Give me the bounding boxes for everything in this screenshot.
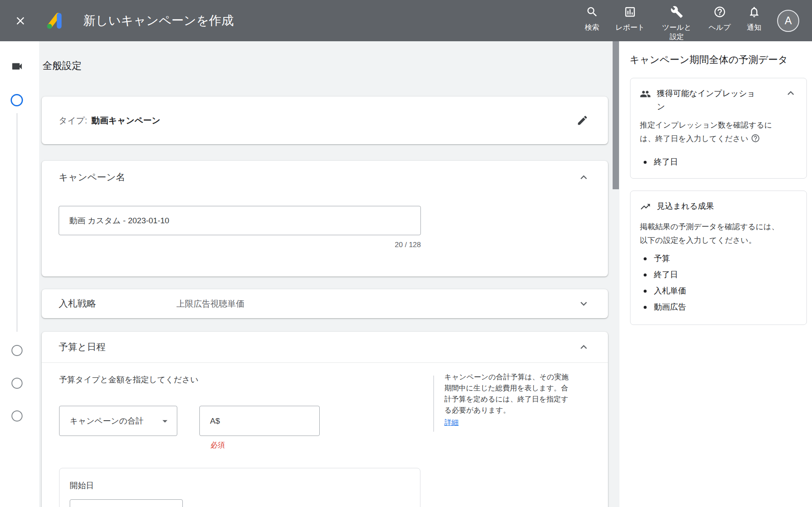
google-ads-logo-icon bbox=[44, 11, 65, 31]
impressions-card-header: 獲得可能なインプレッション bbox=[640, 87, 797, 113]
campaign-type-card: タイプ: 動画キャンペーン bbox=[42, 97, 608, 144]
budget-amount-input[interactable]: A$ bbox=[199, 406, 320, 436]
char-counter: 20 / 128 bbox=[59, 241, 421, 249]
search-label: 検索 bbox=[585, 23, 599, 32]
main-content: 全般設定 タイプ: 動画キャンペーン キャンペーン名 20 / 128 入札戦略… bbox=[39, 41, 619, 507]
impressions-forecast-card: 獲得可能なインプレッション 推定インプレッション数を確認するには、終了日を入力し… bbox=[630, 78, 807, 179]
audience-icon bbox=[640, 88, 651, 101]
notifications-icon bbox=[748, 6, 761, 20]
list-item: 終了日 bbox=[640, 157, 797, 168]
reports-icon bbox=[624, 6, 636, 20]
impressions-card-body: 推定インプレッション数を確認するには、終了日を入力してください bbox=[640, 118, 780, 147]
chevron-down-icon bbox=[577, 297, 590, 310]
page-title: 新しいキャンペーンを作成 bbox=[83, 12, 233, 29]
campaign-name-input[interactable] bbox=[59, 206, 421, 235]
learn-more-link[interactable]: 詳細 bbox=[444, 417, 459, 428]
budget-type-value: キャンペーンの合計 bbox=[70, 416, 144, 427]
bullet-label: 終了日 bbox=[654, 157, 678, 168]
bidding-value: 上限広告視聴単価 bbox=[176, 298, 244, 310]
forecast-panel: キャンペーン期間全体の予測データ 獲得可能なインプレッション 推定インプレッショ… bbox=[619, 41, 812, 507]
start-date-label: 開始日 bbox=[70, 480, 94, 491]
bullet-label: 入札単価 bbox=[654, 286, 686, 296]
bullet-label: 終了日 bbox=[654, 270, 678, 279]
tools-settings-button[interactable]: ツールと設定 bbox=[653, 6, 701, 42]
section-title: 全般設定 bbox=[43, 59, 82, 72]
help-label: ヘルプ bbox=[709, 23, 731, 32]
help-circle-icon[interactable] bbox=[751, 134, 760, 147]
step-indicator-3[interactable] bbox=[11, 378, 23, 389]
edit-type-button[interactable] bbox=[574, 112, 591, 129]
impressions-card-title: 獲得可能なインプレッション bbox=[657, 87, 763, 113]
campaign-name-title: キャンペーン名 bbox=[59, 171, 125, 184]
currency-prefix: A$ bbox=[210, 416, 220, 426]
topbar-actions: 検索 レポート ツールと設定 ヘルプ 通知 bbox=[577, 0, 769, 42]
note-divider bbox=[433, 376, 434, 432]
expand-button[interactable] bbox=[576, 296, 591, 311]
type-label: タイプ: bbox=[59, 115, 87, 126]
step-indicator-4[interactable] bbox=[11, 410, 23, 422]
edit-pencil-icon bbox=[576, 114, 588, 126]
required-error: 必須 bbox=[210, 440, 225, 450]
start-date-input[interactable] bbox=[70, 499, 183, 507]
search-icon bbox=[586, 6, 599, 20]
forecast-title: キャンペーン期間全体の予測データ bbox=[630, 53, 806, 66]
results-card-header: 見込まれる成果 bbox=[640, 199, 797, 214]
bullet-label: 動画広告 bbox=[654, 302, 686, 312]
bidding-strategy-card[interactable]: 入札戦略 上限広告視聴単価 bbox=[42, 289, 608, 318]
tools-icon bbox=[670, 6, 683, 20]
chevron-up-icon bbox=[784, 87, 797, 100]
avatar[interactable]: A bbox=[777, 10, 799, 32]
budget-type-select[interactable]: キャンペーンの合計 bbox=[59, 406, 177, 436]
bullet-icon bbox=[644, 273, 647, 276]
budget-prompt: 予算タイプと金額を指定してください bbox=[59, 374, 199, 385]
step-indicator-2[interactable] bbox=[11, 345, 23, 356]
chevron-up-icon bbox=[577, 171, 590, 184]
list-item: 動画広告 bbox=[640, 302, 797, 312]
reports-label: レポート bbox=[616, 23, 645, 32]
bullet-icon bbox=[644, 161, 647, 164]
step-connector-line bbox=[17, 113, 17, 332]
budget-schedule-card: 予算と日程 予算タイプと金額を指定してください キャンペーンの合計 A$ 必須 … bbox=[42, 332, 608, 507]
bullet-icon bbox=[644, 257, 647, 260]
close-icon bbox=[14, 14, 27, 27]
list-item: 入札単価 bbox=[640, 286, 797, 296]
start-date-box: 開始日 bbox=[59, 468, 420, 507]
campaign-name-card: キャンペーン名 20 / 128 bbox=[42, 161, 608, 276]
dropdown-caret-icon bbox=[159, 415, 171, 427]
notifications-label: 通知 bbox=[747, 23, 761, 32]
results-card-title: 見込まれる成果 bbox=[657, 199, 763, 213]
close-button[interactable] bbox=[11, 11, 30, 30]
budget-title: 予算と日程 bbox=[59, 341, 106, 353]
budget-note: キャンペーンの合計予算は、その実施期間中に生じた総費用を表します。合計予算を定め… bbox=[444, 372, 573, 428]
trending-up-icon bbox=[640, 201, 651, 214]
reports-button[interactable]: レポート bbox=[608, 6, 653, 32]
tools-settings-label: ツールと設定 bbox=[661, 23, 693, 42]
search-button[interactable]: 検索 bbox=[577, 6, 608, 32]
budget-note-text: キャンペーンの合計予算は、その実施期間中に生じた総費用を表します。合計予算を定め… bbox=[444, 373, 569, 414]
collapse-button[interactable] bbox=[576, 340, 591, 354]
topbar: 新しいキャンペーンを作成 検索 レポート ツールと設定 ヘルプ bbox=[0, 0, 812, 41]
type-value: 動画キャンペーン bbox=[91, 115, 160, 126]
chevron-up-icon bbox=[577, 341, 590, 353]
step-rail bbox=[0, 41, 39, 507]
vertical-scrollbar[interactable] bbox=[613, 41, 619, 189]
results-card-body: 掲載結果の予測データを確認するには、以下の設定を入力してください。 bbox=[640, 220, 782, 247]
step-indicator-1-active[interactable] bbox=[11, 94, 23, 106]
notifications-button[interactable]: 通知 bbox=[739, 6, 769, 32]
bullet-icon bbox=[644, 290, 647, 293]
help-icon bbox=[713, 6, 726, 20]
list-item: 予算 bbox=[640, 254, 797, 263]
help-button[interactable]: ヘルプ bbox=[701, 6, 739, 32]
videocam-icon bbox=[11, 60, 23, 74]
collapse-button[interactable] bbox=[576, 170, 591, 185]
bidding-title: 入札戦略 bbox=[59, 297, 176, 310]
campaign-name-header[interactable]: キャンペーン名 bbox=[42, 161, 608, 194]
results-forecast-card: 見込まれる成果 掲載結果の予測データを確認するには、以下の設定を入力してください… bbox=[630, 191, 807, 325]
bullet-icon bbox=[644, 306, 647, 309]
bullet-label: 予算 bbox=[654, 254, 670, 263]
collapse-button[interactable] bbox=[784, 87, 797, 100]
budget-header[interactable]: 予算と日程 bbox=[42, 332, 608, 363]
list-item: 終了日 bbox=[640, 270, 797, 279]
